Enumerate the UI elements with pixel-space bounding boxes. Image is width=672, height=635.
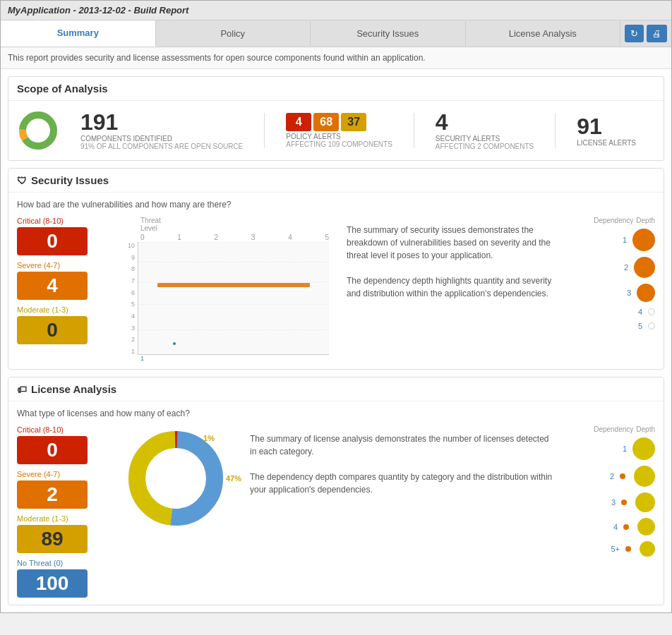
lic-severity-moderate: Moderate (1-3) 89 [17, 514, 109, 553]
tab-security-issues[interactable]: Security Issues [311, 21, 466, 46]
severity-list: Critical (8-10) 0 Severe (4-7) 4 Moderat… [17, 217, 109, 362]
lic-nothreat-box: 100 [17, 569, 88, 598]
license-content: What type of licenses and how many of ea… [8, 401, 664, 605]
license-donut-wrap: 1% 47% [123, 425, 229, 531]
donut-label-47pct: 47% [226, 474, 241, 483]
security-section-title: 🛡 Security Issues [8, 169, 664, 193]
components-stat: 191 COMPONENTS IDENTIFIED 91% OF ALL COM… [80, 111, 243, 150]
license-alerts-stat: 91 LICENSE ALERTS [577, 115, 636, 147]
license-count: 91 [577, 115, 636, 138]
security-dep-depth: Dependency Depth 1 2 3 4 [570, 217, 655, 362]
badge-critical: 4 [286, 113, 311, 131]
security-bar-chart: Threat Level 012345 10987654321 [116, 217, 332, 362]
badge-moderate: 37 [341, 113, 366, 131]
scope-donut [17, 109, 59, 152]
divider-3 [555, 113, 556, 148]
dep-row-3: 3 [570, 284, 655, 302]
lic-severity-nothreat: No Threat (0) 100 [17, 559, 109, 598]
policy-badges: 4 68 37 [286, 113, 392, 131]
components-count: 191 [80, 111, 243, 133]
badge-severe: 68 [313, 113, 339, 131]
divider-2 [414, 113, 414, 148]
moderate-box: 0 [17, 316, 88, 344]
license-section: 🏷 License Analysis What type of licenses… [8, 377, 664, 605]
lic-dep-circle-3 [635, 492, 655, 512]
divider-1 [264, 113, 265, 148]
license-description: The summary of license analysis demonstr… [243, 425, 563, 598]
lic-dep-row-4: 4 [570, 518, 655, 536]
lic-dep-dot-3-orange [621, 500, 627, 505]
tab-license-analysis[interactable]: License Analysis [466, 21, 621, 46]
refresh-button[interactable]: ↻ [625, 25, 644, 42]
shield-icon: 🛡 [17, 175, 27, 186]
print-button[interactable]: 🖨 [647, 25, 667, 42]
severe-box: 4 [17, 272, 88, 300]
dep-circle-4-empty [648, 308, 655, 315]
tab-policy[interactable]: Policy [156, 21, 311, 46]
lic-dep-dot-2-orange [620, 473, 625, 479]
gridline-4 [138, 304, 329, 305]
security-sub: AFFECTING 2 COMPONENTS [436, 143, 534, 150]
security-count: 4 [436, 111, 534, 133]
license-icon: 🏷 [17, 384, 27, 395]
gridline-2 [138, 329, 329, 330]
lic-severe-box: 2 [17, 480, 88, 509]
svg-point-1 [23, 115, 54, 146]
tab-summary[interactable]: Summary [1, 20, 156, 47]
dep-row-5: 5 [570, 322, 655, 330]
components-label: COMPONENTS IDENTIFIED [80, 135, 243, 143]
tab-actions: ↻ 🖨 [620, 20, 671, 47]
security-label: SECURITY ALERTS [436, 135, 534, 143]
dep-depth-header: Dependency Depth [570, 217, 655, 224]
dep-circle-5-empty [648, 322, 655, 329]
donut-label-1pct: 1% [203, 434, 215, 442]
chart-bottom-label: 1 [119, 355, 329, 362]
security-alerts-stat: 4 SECURITY ALERTS AFFECTING 2 COMPONENTS [436, 111, 534, 150]
lic-severity-critical: Critical (8-10) 0 [17, 425, 109, 464]
license-section-title: 🏷 License Analysis [8, 377, 664, 401]
scope-section: Scope of Analysis 191 COMPONENTS IDENTIF… [8, 76, 664, 161]
license-layout: Critical (8-10) 0 Severe (4-7) 2 Moderat… [17, 425, 655, 598]
security-section: 🛡 Security Issues How bad are the vulner… [8, 168, 664, 370]
policy-sub: AFFECTING 109 COMPONENTS [286, 140, 392, 148]
lic-moderate-box: 89 [17, 525, 88, 553]
policy-label: POLICY ALERTS [286, 133, 392, 140]
threat-label-2: Level [140, 224, 157, 232]
intro-text: This report provides security and licens… [1, 47, 671, 69]
lic-dep-dot-5-orange [625, 546, 631, 552]
dep-row-1: 1 [570, 229, 655, 251]
lic-dep-circle-2 [634, 466, 655, 487]
gridline-8 [138, 262, 329, 262]
lic-dep-row-2: 2 [570, 466, 655, 487]
security-layout: Critical (8-10) 0 Severe (4-7) 4 Moderat… [17, 217, 655, 362]
components-sub: 91% OF ALL COMPONENTS ARE OPEN SOURCE [80, 143, 243, 150]
security-content: How bad are the vulnerabilities and how … [8, 193, 664, 369]
tabs-bar: Summary Policy Security Issues License A… [1, 20, 671, 47]
lic-dep-circle-1 [632, 437, 655, 460]
security-description: The summary of security issues demonstra… [340, 217, 563, 362]
lic-severity-severe: Severe (4-7) 2 [17, 470, 109, 509]
policy-alerts-stat: 4 68 37 POLICY ALERTS AFFECTING 109 COMP… [286, 113, 392, 148]
y-axis: 10987654321 [119, 242, 138, 355]
license-dep-depth: Dependency Depth 1 2 3 [570, 425, 655, 598]
title-bar: MyApplication - 2013-12-02 - Build Repor… [1, 1, 671, 20]
dot-1-1 [173, 342, 176, 345]
lic-critical-box: 0 [17, 436, 88, 464]
severity-critical: Critical (8-10) 0 [17, 217, 109, 255]
lic-dep-circle-5 [640, 541, 655, 557]
scope-content: 191 COMPONENTS IDENTIFIED 91% OF ALL COM… [8, 101, 664, 160]
lic-dep-circle-4 [637, 518, 655, 536]
gridline-10 [138, 242, 329, 243]
dep-circle-1 [632, 229, 655, 251]
report-type: Build Report [133, 5, 188, 16]
threat-label: Threat [140, 217, 161, 224]
app-name: MyApplication - 2013-12-02 - [8, 5, 133, 16]
dep-circle-2 [634, 257, 655, 278]
x-axis-labels: 012345 [119, 234, 329, 241]
lic-dep-row-1: 1 [570, 437, 655, 460]
severity-moderate: Moderate (1-3) 0 [17, 306, 109, 344]
severity-severe: Severe (4-7) 4 [17, 261, 109, 300]
lic-dep-depth-header: Dependency Depth [570, 425, 655, 433]
security-question: How bad are the vulnerabilities and how … [17, 200, 655, 210]
app-window: MyApplication - 2013-12-02 - Build Repor… [0, 0, 672, 613]
